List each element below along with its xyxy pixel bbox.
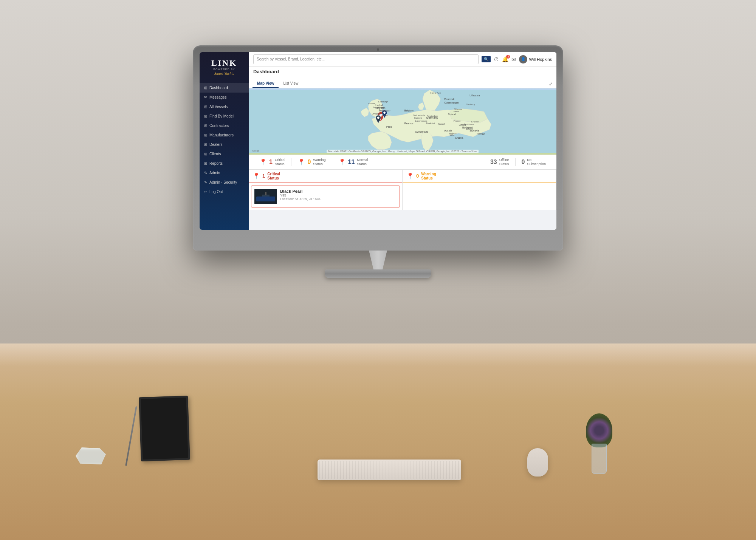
status-bar: 📍 1 CriticalStatus 📍 0 WarningStatus xyxy=(249,155,556,170)
svg-text:North Sea: North Sea xyxy=(430,92,441,94)
normal-icon: 📍 xyxy=(338,158,346,166)
warning-count: 0 xyxy=(307,159,311,166)
vessel-panels: 📍 1 CriticalStatus xyxy=(249,170,556,210)
map-container: Map View List View ⤢ xyxy=(249,77,556,170)
sidebar-navigation: ⊞ Dashboard ✉ Messages ⊞ All Vessels ⊞ xyxy=(200,80,249,230)
critical-panel-icon: 📍 xyxy=(253,172,260,179)
vessel-location: Location: 51.4639, -3.1694 xyxy=(280,197,397,201)
header-icons: ⏱ 🔔 3 ✉ 👤 Will Hopkins xyxy=(494,55,552,63)
notification-bell[interactable]: 🔔 3 xyxy=(502,56,508,62)
critical-label: CriticalStatus xyxy=(275,158,285,166)
svg-text:Switzerland: Switzerland xyxy=(415,130,429,133)
app-title: LINK xyxy=(204,58,244,68)
sidebar-item-contractors[interactable]: ⊞ Contractors xyxy=(200,121,249,130)
svg-text:Amsterdam: Amsterdam xyxy=(427,115,438,117)
critical-panel-label: CriticalStatus xyxy=(267,172,280,180)
vessel-image xyxy=(254,189,277,204)
user-name: Will Hopkins xyxy=(529,57,552,62)
logout-icon: ↩ xyxy=(204,190,207,194)
warning-icon: 📍 xyxy=(297,158,305,166)
mouse xyxy=(527,448,548,477)
monitor-neck xyxy=(363,251,393,269)
messages-icon: ✉ xyxy=(204,95,207,99)
warning-panel: 📍 0 WarningStatus xyxy=(403,170,556,210)
status-warning: 📍 0 WarningStatus xyxy=(291,158,332,166)
sidebar-item-dealers[interactable]: ⊞ Dealers xyxy=(200,140,249,149)
sidebar-item-admin-security[interactable]: ✎ Admin - Security xyxy=(200,178,249,187)
svg-text:Zagreb: Zagreb xyxy=(466,128,473,130)
status-no-subscription: 0 NoSubscription xyxy=(516,158,552,166)
svg-text:Lithuania: Lithuania xyxy=(469,94,480,97)
svg-text:Paris: Paris xyxy=(386,125,392,128)
vessels-icon: ⊞ xyxy=(204,105,207,109)
svg-rect-46 xyxy=(262,195,270,198)
tab-group: Map View List View xyxy=(253,79,303,88)
sidebar-item-dashboard[interactable]: ⊞ Dashboard xyxy=(200,83,249,93)
flower-vase xyxy=(586,413,612,474)
user-profile[interactable]: 👤 Will Hopkins xyxy=(519,55,552,63)
warning-label: WarningStatus xyxy=(313,158,325,166)
tab-map-view[interactable]: Map View xyxy=(253,79,279,88)
notification-count: 3 xyxy=(506,55,510,59)
sidebar-item-manufacturers[interactable]: ⊞ Manufacturers xyxy=(200,130,249,140)
svg-text:Netherlands: Netherlands xyxy=(414,114,425,116)
warning-panel-label: WarningStatus xyxy=(421,172,436,180)
admin-security-icon: ✎ xyxy=(204,180,207,184)
svg-text:Prague: Prague xyxy=(454,120,461,122)
critical-count: 1 xyxy=(269,159,273,166)
reports-icon: ⊞ xyxy=(204,161,207,166)
contractors-icon: ⊞ xyxy=(204,124,207,128)
status-normal: 📍 11 NormalStatus xyxy=(332,158,375,166)
sidebar-item-find-model[interactable]: ⊞ Find By Model xyxy=(200,111,249,121)
clock-icon[interactable]: ⏱ xyxy=(494,56,499,62)
svg-text:Luxembourg: Luxembourg xyxy=(415,120,428,122)
svg-text:Poland: Poland xyxy=(448,113,456,116)
svg-text:Bratislava: Bratislava xyxy=(464,123,474,125)
svg-text:Milan: Milan xyxy=(450,134,455,136)
map-svg: United Kingdom France Germany Poland Bel… xyxy=(249,88,556,155)
svg-text:Warsaw: Warsaw xyxy=(454,108,462,110)
svg-text:France: France xyxy=(404,122,414,125)
svg-rect-47 xyxy=(265,192,266,195)
warning-panel-count: 0 xyxy=(416,173,419,179)
map-attribution: Map data ©2021 GeoBasis-DE/BKG, Google, … xyxy=(327,150,479,153)
tab-list-view[interactable]: List View xyxy=(279,79,303,88)
search-button[interactable]: 🔍 xyxy=(482,56,491,62)
sidebar-item-logout[interactable]: ↩ Log Out xyxy=(200,187,249,197)
svg-text:Google: Google xyxy=(253,150,260,152)
svg-text:Isle of Man: Isle of Man xyxy=(373,106,384,108)
sidebar-item-reports[interactable]: ⊞ Reports xyxy=(200,159,249,168)
svg-rect-44 xyxy=(254,189,277,204)
vessel-name: Black Pearl xyxy=(280,189,397,193)
warning-panel-header: 📍 0 WarningStatus xyxy=(403,170,556,183)
svg-point-3 xyxy=(377,117,380,119)
find-icon: ⊞ xyxy=(204,114,207,118)
brand-text: Smart Yachts xyxy=(204,71,244,76)
normal-label: NormalStatus xyxy=(357,158,368,166)
sidebar: LINK POWERED BY Smart Yachts ⊞ Dashboard… xyxy=(200,52,249,230)
mail-icon[interactable]: ✉ xyxy=(511,56,516,62)
warning-panel-icon: 📍 xyxy=(406,172,414,179)
svg-text:Austria: Austria xyxy=(444,129,452,132)
vessel-model: Y95 xyxy=(280,193,397,197)
svg-text:Roman: Roman xyxy=(477,133,485,135)
search-input[interactable] xyxy=(257,57,475,61)
vessel-card-black-pearl[interactable]: Black Pearl Y95 Location: 51.4639, -3.16… xyxy=(251,186,400,207)
svg-text:Krakow: Krakow xyxy=(471,121,479,123)
clients-icon: ⊞ xyxy=(204,152,207,156)
sidebar-item-clients[interactable]: ⊞ Clients xyxy=(200,149,249,159)
no-sub-label: NoSubscription xyxy=(527,158,546,166)
monitor: LINK POWERED BY Smart Yachts ⊞ Dashboard… xyxy=(193,45,563,278)
critical-panel-header: 📍 1 CriticalStatus xyxy=(249,170,402,183)
monitor-screen: LINK POWERED BY Smart Yachts ⊞ Dashboard… xyxy=(200,52,556,230)
sidebar-item-messages[interactable]: ✉ Messages xyxy=(200,93,249,102)
sidebar-item-admin[interactable]: ✎ Admin xyxy=(200,168,249,178)
vessel-details: Black Pearl Y95 Location: 51.4639, -3.16… xyxy=(280,189,397,201)
svg-text:London: London xyxy=(381,114,388,116)
svg-text:Hamburg: Hamburg xyxy=(466,103,475,105)
sidebar-logo: LINK POWERED BY Smart Yachts xyxy=(200,52,249,80)
status-critical: 📍 1 CriticalStatus xyxy=(253,158,291,166)
sidebar-item-all-vessels[interactable]: ⊞ All Vessels xyxy=(200,102,249,111)
expand-button[interactable]: ⤢ xyxy=(549,81,553,87)
powered-by-text: POWERED BY xyxy=(204,68,244,71)
